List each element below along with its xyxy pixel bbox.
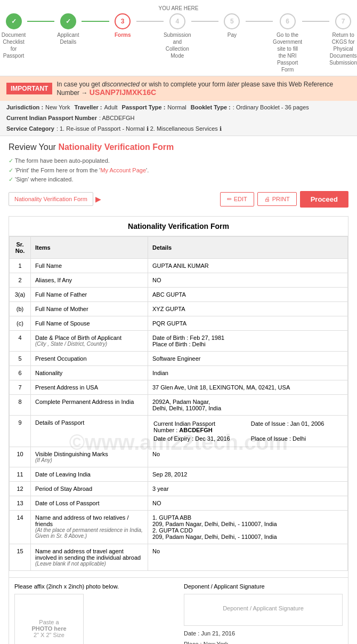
cell-item: Present Occupation xyxy=(31,351,148,365)
important-message: In case you get disconnected or wish to … xyxy=(56,81,351,97)
cell-detail: PQR GUPTA xyxy=(148,316,348,330)
top-edit-button[interactable]: ✏ EDIT xyxy=(220,192,254,206)
cell-item: Complete Permanent Address in India xyxy=(31,394,148,415)
top-proceed-button[interactable]: Proceed xyxy=(300,191,348,208)
jurisdiction-info: Jurisdiction : New York xyxy=(6,104,70,110)
form-table-title: Nationality Verification Form xyxy=(9,217,348,236)
cell-detail: GUPTA ANIL KUMAR xyxy=(148,258,348,273)
table-row: 2Aliases, If AnyNO xyxy=(10,273,348,287)
connector-1 xyxy=(27,21,54,22)
th-items: Items xyxy=(31,236,148,258)
photo-box: Please affix (2inch x 2inch) photo below… xyxy=(14,583,173,644)
cell-detail: 1. GUPTA ABB209, Padam Nagar, Delhi, Del… xyxy=(148,510,348,544)
cell-item: Full Name of Spouse xyxy=(31,316,148,330)
cell-detail: 3 year xyxy=(148,481,348,496)
form-nav: Nationality Verification Form ▶ xyxy=(9,192,101,206)
cell-detail: XYZ GUPTA xyxy=(148,301,348,316)
step-3: 3 Forms xyxy=(109,13,136,38)
step-1: ✓ Document Checklist for Passport xyxy=(0,13,27,59)
cell-detail: 2092A, Padam Nagar,Delhi, Delhi, 110007,… xyxy=(148,394,348,415)
step-2-label: Applicant Details xyxy=(54,31,82,45)
connector-3 xyxy=(136,21,164,22)
form-table-wrapper: ©www.am22tech.com Nationality Verificati… xyxy=(9,216,348,644)
cell-detail: Date of Birth : Feb 27, 1981Place of Bir… xyxy=(148,330,348,351)
cell-item: Date of Loss of Passport xyxy=(31,496,148,510)
page-title: Review Your Nationality Verification For… xyxy=(9,142,348,152)
traveller-info: Traveller : Adult xyxy=(75,104,118,110)
table-row: 12Period of Stay Abroad3 year xyxy=(10,481,348,496)
cell-sr: 8 xyxy=(10,394,31,415)
date-info: Date : Jun 21, 2016 xyxy=(184,630,343,637)
main-content: Review Your Nationality Verification For… xyxy=(0,136,357,644)
table-row: (b)Full Name of MotherXYZ GUPTA xyxy=(10,301,348,316)
important-label: IMPORTANT xyxy=(6,83,52,94)
cell-detail: Indian xyxy=(148,365,348,380)
cell-item: Full Name xyxy=(31,258,148,273)
table-row: 5Present OccupationSoftware Engineer xyxy=(10,351,348,365)
checklist-item-3: 'Sign' where indicated. xyxy=(9,175,348,185)
cell-item: Present Address in USA xyxy=(31,380,148,394)
connector-4 xyxy=(191,21,218,22)
top-action-buttons: ✏ EDIT 🖨 PRINT Proceed xyxy=(220,191,348,208)
cell-item: Full Name of Father xyxy=(31,287,148,301)
table-row: (c)Full Name of SpousePQR GUPTA xyxy=(10,316,348,330)
step-7: 7 Return to CKGS for Physical Documents … xyxy=(329,13,357,66)
important-banner: IMPORTANT In case you get disconnected o… xyxy=(0,76,357,101)
photo-label: Please affix (2inch x 2inch) photo below… xyxy=(14,583,173,590)
table-row: 3(a)Full Name of FatherABC GUPTA xyxy=(10,287,348,301)
cell-sr: 15 xyxy=(10,544,31,570)
step-4-label: Submission and Collection Mode xyxy=(164,31,191,59)
step-5-circle: 5 xyxy=(224,13,240,29)
table-row: 9Details of PassportCurrent Indian Passp… xyxy=(10,415,348,447)
cell-item: Aliases, If Any xyxy=(31,273,148,287)
cell-detail: Software Engineer xyxy=(148,351,348,365)
step-7-label: Return to CKGS for Physical Documents Su… xyxy=(329,31,357,66)
cell-sr: 7 xyxy=(10,380,31,394)
cell-sr: 13 xyxy=(10,496,31,510)
checklist: The form have been auto-populated. 'Prin… xyxy=(9,156,348,185)
cell-sr: (c) xyxy=(10,316,31,330)
photo-placeholder: Paste a PHOTO here 2" X 2" Size xyxy=(14,594,84,644)
cell-detail: NO xyxy=(148,273,348,287)
step-6-circle: 6 xyxy=(280,13,296,29)
print-icon: 🖨 xyxy=(264,196,270,202)
table-row: 15Name and address of travel agent invol… xyxy=(10,544,348,570)
signature-area: Deponent / Applicant Signature xyxy=(184,594,343,626)
passport-type-info: Passport Type : Normal xyxy=(122,104,186,110)
cell-detail: ABC GUPTA xyxy=(148,287,348,301)
step-5: 5 Pay xyxy=(218,13,246,38)
step-6-label: Go to the Government site to fill the NR… xyxy=(273,31,302,73)
th-sr: Sr. No. xyxy=(10,236,31,258)
cell-sr: (b) xyxy=(10,301,31,316)
table-row: 11Date of Leaving IndiaSep 28, 2012 xyxy=(10,467,348,481)
step-5-label: Pay xyxy=(228,31,237,38)
step-7-circle: 7 xyxy=(335,13,351,29)
cell-sr: 14 xyxy=(10,510,31,544)
checklist-item-2: 'Print' the Form here or from the 'My Ac… xyxy=(9,166,348,176)
signature-box: Deponent / Applicant Signature Deponent … xyxy=(184,583,343,644)
step-3-circle: 3 xyxy=(115,13,131,29)
cell-sr: 6 xyxy=(10,365,31,380)
cell-sr: 11 xyxy=(10,467,31,481)
cell-item: Visible Distinguishing Marks(If Any) xyxy=(31,447,148,467)
table-row: 14Name and address of two relatives / fr… xyxy=(10,510,348,544)
form-nav-label[interactable]: Nationality Verification Form xyxy=(9,192,93,206)
ref-number: USANP7IJMXK16C xyxy=(90,88,156,97)
table-row: 7Present Address in USA37 Glen Ave, Unit… xyxy=(10,380,348,394)
step-1-circle: ✓ xyxy=(6,13,22,29)
cell-sr: 5 xyxy=(10,351,31,365)
top-print-button[interactable]: 🖨 PRINT xyxy=(257,192,297,206)
cell-detail: Sep 28, 2012 xyxy=(148,467,348,481)
cell-item: Name and address of travel agent involve… xyxy=(31,544,148,570)
my-account-link[interactable]: My Account Page xyxy=(100,167,146,173)
step-4-circle: 4 xyxy=(169,13,185,29)
cell-sr: 12 xyxy=(10,481,31,496)
cell-item: Date & Place of Birth of Applicant(City … xyxy=(31,330,148,351)
table-row: 1Full NameGUPTA ANIL KUMAR xyxy=(10,258,348,273)
nvf-table: Sr. No. Items Details 1Full NameGUPTA AN… xyxy=(9,236,348,571)
cell-item: Nationality xyxy=(31,365,148,380)
cell-sr: 9 xyxy=(10,415,31,447)
cell-detail: No xyxy=(148,544,348,570)
table-row: 10Visible Distinguishing Marks(If Any)No xyxy=(10,447,348,467)
passport-number-info: Current Indian Passport Number : ABCDEFG… xyxy=(6,115,135,121)
